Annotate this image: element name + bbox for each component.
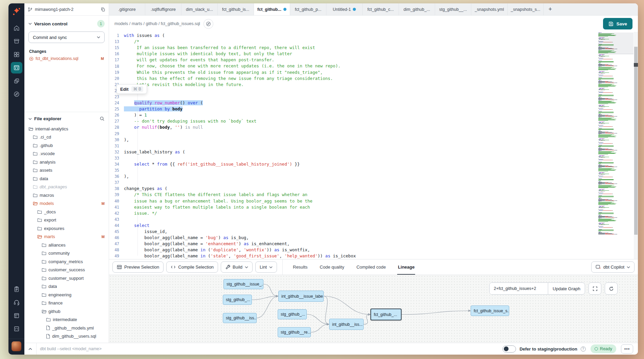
command-input[interactable]: dbt build --select <model_name>	[40, 346, 499, 351]
code-line-41[interactable]: 41 easiest way to flatten multiple label…	[109, 204, 594, 210]
fullscreen-icon[interactable]	[588, 282, 601, 295]
code-line-36[interactable]: 36),	[109, 173, 594, 180]
tree-item-alliances[interactable]: alliances	[24, 241, 109, 249]
tree-item-analysis[interactable]: analysis	[24, 158, 109, 166]
changed-file-row[interactable]: fct_dbt_invocations.sql M	[24, 55, 109, 62]
commit-and-sync-button[interactable]: Commit and sync	[28, 31, 105, 43]
minimap-viewport[interactable]	[598, 33, 634, 54]
code-line-34[interactable]: 34 select * from {{ ref('int_github__iss…	[109, 161, 594, 167]
code-line-23[interactable]: 23	[109, 94, 594, 100]
tree-item-data[interactable]: data	[24, 174, 109, 183]
code-line-40[interactable]: 40 issue has a bug or enhancement label.…	[109, 198, 594, 204]
code-line-47[interactable]: 47 boolor_agg(label_name = 'enhancement'…	[109, 241, 594, 247]
preview-selection-button[interactable]: Preview Selection	[112, 261, 164, 273]
pane-tab-compiled-code[interactable]: Compiled code	[352, 259, 391, 275]
status-badge[interactable]: Ready	[591, 344, 616, 353]
code-line-33[interactable]: 33	[109, 155, 594, 161]
copy-branch-icon[interactable]	[101, 7, 105, 12]
lineage-node-stg_github_[interactable]: stg_github_...	[223, 295, 252, 305]
code-line-37[interactable]: 37	[109, 180, 594, 186]
code-lines[interactable]: 1with issues as (13 /*15 If an issue has…	[109, 33, 594, 259]
tree-item-finance[interactable]: finance	[24, 299, 109, 308]
terminal-icon[interactable]	[11, 323, 22, 335]
code-line-46[interactable]: 46 boolor_agg(label_name = 'bug') as is_…	[109, 235, 594, 241]
lineage-node-stg_github__re[interactable]: stg_github__re...	[278, 327, 311, 337]
tree-item-marts[interactable]: martsM	[24, 233, 109, 241]
tree-item-_docs[interactable]: _docs	[24, 208, 109, 216]
tree-item-_github__modelsyml[interactable]: _github__models.yml	[24, 324, 109, 332]
lineage-panel[interactable]: stg_github__issue_...stg_github_...stg_g…	[109, 275, 638, 343]
compass-icon[interactable]	[11, 88, 22, 100]
tab-_snapshotsyml[interactable]: _snapshots.yml	[471, 3, 508, 15]
dbt-logo-icon[interactable]	[12, 6, 22, 17]
lineage-node-int_github__iss[interactable]: int_github__iss...	[329, 319, 364, 330]
minimap[interactable]	[598, 33, 634, 259]
tree-item-models[interactable]: modelsM	[24, 199, 109, 208]
editor-scrollbar[interactable]	[634, 32, 638, 259]
code-line-1[interactable]: 1with issues as (	[109, 33, 594, 39]
tree-item-dbt_packages[interactable]: dbt_packages	[24, 183, 109, 191]
tree-item-assets[interactable]: assets	[24, 166, 109, 175]
file-compass-icon[interactable]	[203, 19, 213, 29]
code-line-27[interactable]: 27 -- don't try deduping issues with no …	[109, 118, 594, 124]
chevron-up-icon[interactable]	[24, 343, 37, 355]
code-line-45[interactable]: 45 issue_id,	[109, 229, 594, 235]
defer-toggle[interactable]	[502, 345, 516, 353]
code-line-25[interactable]: 25 partition by body	[109, 106, 594, 112]
help-icon[interactable]: ?	[581, 346, 586, 352]
tree-item-internal-analytics[interactable]: internal-analytics	[24, 125, 109, 133]
tree-item-engineering[interactable]: engineering	[24, 291, 109, 299]
chevron-down-icon[interactable]	[28, 23, 32, 25]
tab-stg_github__[interactable]: stg_github__...	[435, 3, 471, 15]
tree-item-company_metrics[interactable]: company_metrics	[24, 257, 109, 266]
code-line-42[interactable]: 42 issue. */	[109, 210, 594, 216]
lineage-node-stg_github_[interactable]: stg_github_...	[278, 309, 307, 319]
tree-item-exposures[interactable]: exposures	[24, 224, 109, 233]
tree-item-intermediate[interactable]: intermediate	[24, 316, 109, 324]
grid-icon[interactable]	[11, 49, 22, 60]
tab-gitignore[interactable]: .gitignore	[109, 3, 145, 15]
new-tab-button[interactable]: +	[544, 3, 557, 15]
compile-selection-button[interactable]: Compile Selection	[166, 261, 218, 273]
code-line-39[interactable]: 39 /* This CTE flattens the different is…	[109, 192, 594, 198]
tree-item-data[interactable]: data	[24, 282, 109, 291]
code-line-28[interactable]: 28 or nullif(body, '') is null	[109, 124, 594, 130]
code-line-18[interactable]: 18 For now, choose the one with more rec…	[109, 63, 594, 69]
code-line-30[interactable]: 30),	[109, 137, 594, 143]
code-line-48[interactable]: 48 boolor_agg(label_name in ('duplicate'…	[109, 247, 594, 253]
lineage-node-int_github__issue_labe[interactable]: int_github__issue_labe...	[278, 291, 324, 302]
update-graph-button[interactable]: Update Graph	[548, 283, 585, 294]
tab-fct_github_p[interactable]: fct_github_p...	[290, 3, 326, 15]
headset-icon[interactable]	[11, 297, 22, 308]
code-line-31[interactable]: 31	[109, 143, 594, 149]
tab-fct_github[interactable]: fct_github...	[254, 3, 290, 15]
lineage-node-fct_github_[interactable]: fct_github_...	[370, 309, 402, 320]
archive-icon[interactable]	[11, 36, 22, 47]
tree-item-vscode[interactable]: .vscode	[24, 150, 109, 158]
tab-fct_github_is[interactable]: fct_github_is...	[218, 3, 254, 15]
code-line-35[interactable]: 35	[109, 167, 594, 173]
tree-item-github[interactable]: github	[24, 307, 109, 316]
code-line-38[interactable]: 38change_types as (	[109, 186, 594, 192]
tree-item-customer_success[interactable]: customer_success	[24, 266, 109, 274]
lineage-node-stg_github__iss[interactable]: stg_github__iss...	[223, 313, 257, 323]
lineage-selector-input[interactable]	[490, 283, 548, 294]
code-editor[interactable]: 1with issues as (13 /*15 If an issue has…	[109, 32, 638, 259]
code-line-20[interactable]: 20 this has the effect of removing the n…	[109, 76, 594, 82]
pane-tab-lineage[interactable]: Lineage	[393, 259, 419, 275]
dbt-copilot-button[interactable]: dbt Copilot	[591, 261, 635, 273]
tree-item-macros[interactable]: macros	[24, 191, 109, 199]
scrollbar-thumb[interactable]	[634, 47, 638, 235]
tree-item-ci_cd[interactable]: .ci_cd	[24, 133, 109, 142]
code-line-16[interactable]: 16 multiple issues with identical body t…	[109, 51, 594, 57]
user-avatar[interactable]	[12, 341, 21, 351]
code-line-13[interactable]: 13 /*	[109, 39, 594, 45]
pane-tab-results[interactable]: Results	[288, 259, 312, 275]
clipboard-icon[interactable]	[11, 283, 22, 295]
tree-item-github[interactable]: .github	[24, 141, 109, 150]
refresh-icon[interactable]	[605, 282, 618, 295]
code-editor-icon[interactable]	[11, 62, 22, 73]
code-line-49[interactable]: 49 boolor_agg(label_name in ('stale', 'g…	[109, 253, 594, 259]
home-icon[interactable]	[11, 22, 22, 34]
tab-_snapshots_s[interactable]: _snapshots_s...	[508, 3, 544, 15]
